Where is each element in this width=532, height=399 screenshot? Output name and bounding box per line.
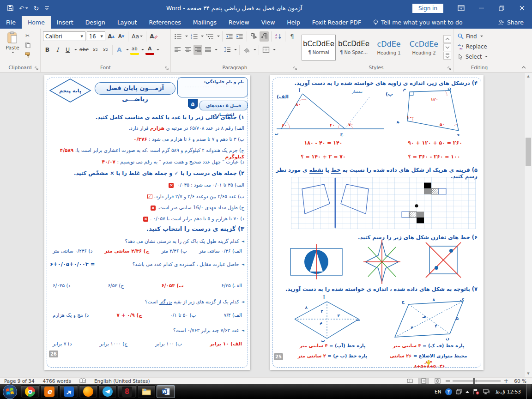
taskbar-telegram-icon[interactable]: [98, 385, 117, 398]
zoom-level[interactable]: 60 %: [511, 378, 529, 384]
subscript-icon[interactable]: x2: [91, 45, 100, 55]
keyboard-language-indicator[interactable]: EN: [435, 389, 441, 394]
clipboard-dialog-launcher[interactable]: [35, 66, 39, 71]
paragraph-dialog-launcher[interactable]: [293, 66, 297, 71]
tab-view[interactable]: View: [255, 16, 281, 29]
numbering-icon[interactable]: 123: [189, 31, 199, 42]
superscript-icon[interactable]: x2: [101, 45, 110, 55]
italic-icon[interactable]: I: [53, 45, 62, 55]
tab-insert[interactable]: Insert: [51, 16, 79, 29]
justify-icon[interactable]: [204, 45, 212, 55]
font-name-combo[interactable]: Calibri▼: [43, 31, 85, 41]
tab-design[interactable]: Design: [79, 16, 111, 29]
taskbar-ie-icon[interactable]: e: [40, 385, 59, 398]
align-left-icon[interactable]: [173, 45, 182, 55]
taskbar-edge-arrow-icon[interactable]: [60, 385, 78, 398]
tab-help[interactable]: Help: [281, 16, 306, 29]
scroll-down-arrow[interactable]: ▼: [525, 370, 532, 377]
taskbar-explorer-icon[interactable]: [137, 385, 156, 398]
styles-scroll-down[interactable]: [443, 43, 451, 51]
taskbar-red8-icon[interactable]: 8: [118, 385, 136, 398]
style-heading2[interactable]: CcDdEeHeading 2: [407, 35, 441, 60]
close-button[interactable]: [512, 0, 532, 16]
borders-icon[interactable]: [261, 45, 271, 55]
zoom-in-button[interactable]: +: [503, 379, 508, 383]
clock[interactable]: ق.ظ12:53: [494, 389, 523, 394]
sign-in-button[interactable]: Sign in: [412, 4, 443, 13]
tab-references[interactable]: References: [143, 16, 187, 29]
line-spacing-icon[interactable]: [223, 45, 232, 55]
restore-button[interactable]: [491, 0, 512, 16]
undo-icon[interactable]: ↶: [19, 5, 28, 12]
style-no-spacing[interactable]: bCcDdEe¶ No Spac...: [337, 35, 371, 60]
align-right-icon[interactable]: [193, 45, 202, 55]
tab-review[interactable]: Review: [223, 16, 255, 29]
clear-formatting-icon[interactable]: A: [149, 31, 158, 42]
zoom-slider[interactable]: [453, 381, 501, 381]
tab-foxit[interactable]: Foxit Reader PDF: [306, 16, 367, 29]
font-dialog-launcher[interactable]: [165, 66, 169, 71]
collapse-ribbon-icon[interactable]: [521, 65, 527, 71]
select-button[interactable]: Select: [458, 52, 488, 61]
taskbar-firefox-icon[interactable]: [79, 385, 97, 398]
redo-icon[interactable]: ↻: [34, 5, 39, 12]
tray-window-icon[interactable]: [456, 389, 462, 395]
show-desktop-button[interactable]: [526, 384, 531, 399]
shading-icon[interactable]: [242, 45, 251, 55]
font-size-combo[interactable]: 16▼: [87, 31, 105, 41]
cut-icon[interactable]: ✂: [24, 31, 30, 40]
find-button[interactable]: Find: [458, 32, 488, 41]
minimize-button[interactable]: [471, 0, 491, 16]
tab-file[interactable]: File: [0, 16, 22, 29]
help-tray-icon[interactable]: ?: [445, 388, 452, 395]
network-tray-icon[interactable]: [483, 389, 490, 395]
bold-icon[interactable]: B: [43, 45, 52, 55]
decrease-indent-icon[interactable]: [225, 31, 234, 42]
share-button[interactable]: Share: [490, 16, 532, 29]
zoom-slider-thumb[interactable]: [473, 378, 475, 384]
web-layout-button[interactable]: [432, 378, 443, 384]
style-normal[interactable]: bCcDdEe¶ Normal: [302, 35, 336, 60]
text-effects-icon[interactable]: A: [115, 45, 124, 55]
tab-layout[interactable]: Layout: [111, 16, 143, 29]
save-icon[interactable]: [7, 5, 13, 11]
language-indicator[interactable]: English (United States): [90, 378, 154, 384]
document-page-25[interactable]: ۴) درشکل های زیر، اندازه ی زاویه های خوا…: [270, 75, 484, 370]
tell-me-box[interactable]: Tell me what you want to do: [367, 16, 468, 29]
styles-scroll-up[interactable]: [443, 35, 451, 43]
tab-home[interactable]: Home: [22, 16, 51, 29]
scroll-up-arrow[interactable]: ▲: [525, 73, 532, 80]
paste-button[interactable]: Paste: [2, 30, 23, 64]
tab-mailings[interactable]: Mailings: [187, 16, 223, 29]
shrink-font-icon[interactable]: A▼: [117, 31, 126, 42]
action-center-flag-icon[interactable]: [473, 388, 479, 395]
vertical-scrollbar[interactable]: ▲ ▼: [524, 73, 532, 377]
zoom-out-button[interactable]: [446, 381, 450, 381]
multilevel-list-icon[interactable]: [205, 31, 215, 42]
copy-icon[interactable]: [24, 41, 30, 49]
customize-qat-icon[interactable]: [44, 6, 49, 11]
align-center-icon[interactable]: [183, 45, 192, 55]
read-mode-button[interactable]: [404, 378, 415, 384]
grow-font-icon[interactable]: A▲: [107, 31, 115, 42]
styles-more-button[interactable]: [443, 52, 451, 60]
underline-icon[interactable]: U: [63, 45, 72, 55]
document-page-26[interactable]: پایه پنجم آزمـــون پایان فصل ریاضـــی نا…: [44, 75, 250, 370]
taskbar-chrome-icon[interactable]: [21, 385, 39, 398]
print-layout-button[interactable]: [418, 378, 429, 384]
styles-dialog-launcher[interactable]: [447, 66, 452, 71]
strikethrough-icon[interactable]: abc: [79, 45, 90, 55]
start-button[interactable]: [2, 384, 18, 399]
format-painter-icon[interactable]: [24, 51, 30, 59]
increase-indent-icon[interactable]: [235, 31, 244, 42]
page-indicator[interactable]: Page 9 of 34: [0, 378, 39, 384]
taskbar-word-icon[interactable]: W: [157, 385, 175, 398]
word-count[interactable]: 4766 words: [39, 378, 75, 384]
bullets-icon[interactable]: [173, 31, 183, 42]
font-color-icon[interactable]: A: [145, 45, 154, 55]
ltr-direction-icon[interactable]: [249, 31, 259, 42]
proofing-status-icon[interactable]: [75, 378, 90, 384]
show-paragraph-marks-icon[interactable]: ¶: [288, 31, 296, 42]
scrollbar-thumb[interactable]: [526, 138, 531, 166]
show-hidden-icons-button[interactable]: [466, 391, 469, 393]
